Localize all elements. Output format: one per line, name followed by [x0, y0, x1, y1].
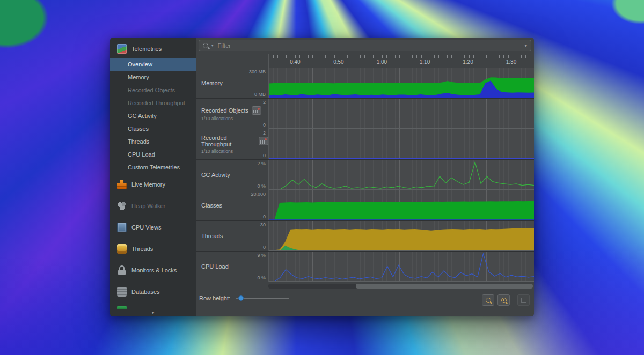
filter-bar: ▾ ▾	[196, 38, 534, 54]
sidebar-item-heap-walker[interactable]: Heap Walker	[110, 195, 196, 217]
threads-icon	[117, 244, 127, 254]
row-max-value: 2	[263, 100, 266, 105]
sidebar-item-overview[interactable]: Overview	[110, 58, 196, 71]
main-panel: ▾ ▾ 0:400:501:001:101:201:30 Memory300 M…	[196, 38, 534, 316]
timeline-label: 1:00	[377, 59, 387, 65]
search-icon	[203, 43, 208, 48]
row-max-value: 2	[263, 130, 266, 136]
row-sublabel: 1/10 allocations	[201, 116, 268, 121]
timeline-header: 0:400:501:001:101:201:30	[196, 54, 534, 68]
telemetry-row-gc-activity[interactable]: GC Activity2 %0 %	[196, 159, 534, 190]
record-telemetry-icon[interactable]	[252, 106, 261, 115]
time-marker	[281, 252, 281, 282]
row-label-cell: CPU Load9 %0 %	[196, 252, 268, 282]
row-max-value: 30	[260, 222, 266, 227]
sidebar-item-gc-activity[interactable]: GC Activity	[110, 109, 196, 122]
sidebar-item-recorded-objects[interactable]: Recorded Objects	[110, 84, 196, 97]
time-marker[interactable]	[281, 55, 281, 68]
telemetry-row-classes[interactable]: Classes20,0000	[196, 190, 534, 220]
zoom-out-icon	[486, 298, 491, 303]
row-title: Recorded Throughput	[201, 135, 255, 147]
row-chart-area[interactable]	[268, 129, 534, 159]
telemetries-icon	[117, 44, 127, 54]
row-title: Memory	[201, 80, 223, 86]
sidebar-item-label: Memory	[128, 74, 149, 80]
time-marker	[281, 99, 281, 129]
row-chart-area[interactable]	[268, 252, 534, 282]
sidebar-item-custom-telemetries[interactable]: Custom Telemetries	[110, 161, 196, 174]
filter-dropdown-arrow[interactable]: ▾	[522, 43, 527, 48]
heap-walker-icon	[117, 201, 127, 211]
scrollbar-track[interactable]	[268, 284, 533, 289]
cpu-views-icon	[117, 223, 127, 232]
horizontal-scrollbar	[196, 282, 534, 290]
telemetry-row-threads[interactable]: Threads300	[196, 220, 534, 251]
row-label-cell: Classes20,0000	[196, 190, 268, 220]
fit-icon	[521, 298, 526, 303]
row-chart-area[interactable]	[268, 221, 534, 251]
sidebar: TelemetriesOverviewMemoryRecorded Object…	[110, 38, 196, 316]
row-height-label: Row height:	[199, 294, 230, 301]
telemetry-row-memory[interactable]: Memory300 MB0 MB	[196, 68, 534, 98]
row-max-value: 300 MB	[249, 69, 266, 75]
sidebar-scroll-more[interactable]: ▾	[110, 309, 196, 316]
time-marker	[281, 68, 281, 98]
fit-button[interactable]	[517, 294, 530, 306]
zoom-in-button[interactable]	[497, 294, 510, 306]
zoom-out-button[interactable]	[482, 294, 494, 306]
sidebar-item-monitors-locks[interactable]: Monitors & Locks	[110, 260, 196, 281]
sidebar-item-telemetries[interactable]: Telemetries	[110, 40, 196, 58]
filter-input[interactable]	[217, 42, 519, 49]
sidebar-items: TelemetriesOverviewMemoryRecorded Object…	[110, 40, 196, 302]
sidebar-item-label: CPU Load	[128, 151, 155, 158]
sidebar-item-label: Heap Walker	[131, 203, 165, 209]
live-memory-icon	[117, 180, 127, 189]
row-title: Threads	[201, 233, 223, 239]
scrollbar-thumb[interactable]	[356, 284, 533, 289]
timeline-label: 1:20	[463, 59, 473, 65]
filter-input-wrapper[interactable]: ▾ ▾	[199, 40, 531, 51]
row-sublabel: 1/10 allocations	[201, 149, 268, 154]
telemetry-row-cpu-load[interactable]: CPU Load9 %0 %	[196, 251, 534, 282]
row-max-value: 9 %	[257, 253, 266, 258]
row-max-value: 20,000	[251, 191, 266, 197]
row-chart-area[interactable]	[268, 160, 534, 190]
row-min-value: 0 %	[257, 275, 266, 280]
row-title: CPU Load	[201, 263, 229, 270]
row-title: Classes	[201, 202, 222, 209]
timeline-label: 1:30	[506, 59, 516, 65]
sidebar-item-label: GC Activity	[128, 113, 157, 119]
sidebar-item-label: Threads	[128, 138, 149, 145]
timeline-ruler[interactable]: 0:400:501:001:101:201:30	[268, 54, 534, 68]
row-chart-area[interactable]	[268, 190, 534, 220]
row-label-cell: Recorded Objects1/10 allocations20	[196, 99, 268, 129]
time-marker	[281, 160, 281, 190]
row-chart-area[interactable]	[268, 68, 534, 98]
sidebar-item-cpu-load[interactable]: CPU Load	[110, 148, 196, 161]
sidebar-item-label: Recorded Objects	[128, 87, 175, 93]
sidebar-item-label: Recorded Throughput	[128, 100, 185, 106]
time-marker	[281, 221, 281, 251]
telemetry-row-recorded-throughput[interactable]: Recorded Throughput1/10 allocations20	[196, 129, 534, 159]
row-chart-area[interactable]	[268, 99, 534, 129]
record-telemetry-icon[interactable]	[259, 137, 268, 145]
sidebar-item-threads[interactable]: Threads	[110, 238, 196, 260]
sidebar-item-label: Custom Telemetries	[128, 164, 180, 171]
slider-thumb[interactable]	[238, 295, 244, 301]
sidebar-item-classes[interactable]: Classes	[110, 122, 196, 135]
sidebar-item-label: Live Memory	[131, 181, 165, 188]
sidebar-item-threads[interactable]: Threads	[110, 135, 196, 148]
row-min-value: 0 %	[257, 183, 266, 189]
sidebar-item-databases[interactable]: Databases	[110, 281, 196, 302]
sidebar-item-cpu-views[interactable]: CPU Views	[110, 217, 196, 238]
sidebar-item-label: CPU Views	[131, 224, 161, 231]
monitors-locks-icon	[117, 265, 127, 275]
telemetry-row-recorded-objects[interactable]: Recorded Objects1/10 allocations20	[196, 98, 534, 129]
timeline-label: 0:40	[290, 59, 300, 65]
sidebar-item-recorded-throughput[interactable]: Recorded Throughput	[110, 97, 196, 109]
search-options-caret[interactable]: ▾	[211, 43, 214, 48]
partial-section-icon	[117, 306, 127, 309]
row-height-slider[interactable]	[236, 294, 289, 302]
sidebar-item-live-memory[interactable]: Live Memory	[110, 174, 196, 195]
sidebar-item-memory[interactable]: Memory	[110, 71, 196, 84]
